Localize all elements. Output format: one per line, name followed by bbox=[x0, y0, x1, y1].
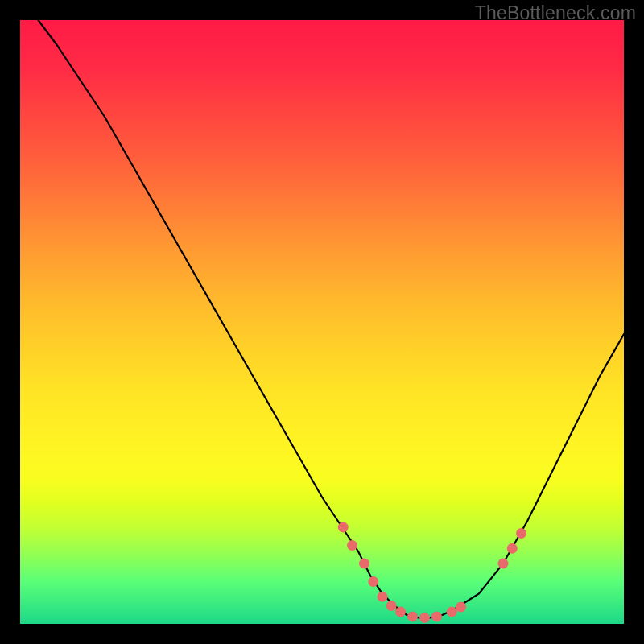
bottleneck-curve bbox=[39, 20, 625, 618]
curve-marker bbox=[498, 559, 509, 569]
plot-area bbox=[20, 20, 624, 624]
curve-marker bbox=[359, 559, 369, 569]
curve-marker bbox=[395, 607, 406, 617]
curve-marker bbox=[368, 576, 378, 587]
curve-marker bbox=[347, 540, 357, 551]
curve-marker bbox=[407, 612, 418, 622]
curve-marker bbox=[419, 613, 430, 623]
chart-frame: TheBottleneck.com bbox=[0, 0, 644, 644]
chart-svg bbox=[20, 20, 624, 624]
curve-marker bbox=[516, 528, 526, 539]
curve-markers bbox=[338, 522, 526, 624]
curve-marker bbox=[338, 522, 349, 533]
curve-marker bbox=[431, 612, 442, 622]
curve-marker bbox=[507, 543, 518, 554]
watermark-label: TheBottleneck.com bbox=[475, 2, 636, 24]
curve-marker bbox=[378, 592, 388, 602]
curve-marker bbox=[386, 601, 397, 611]
curve-marker bbox=[447, 607, 457, 617]
curve-marker bbox=[456, 602, 466, 613]
